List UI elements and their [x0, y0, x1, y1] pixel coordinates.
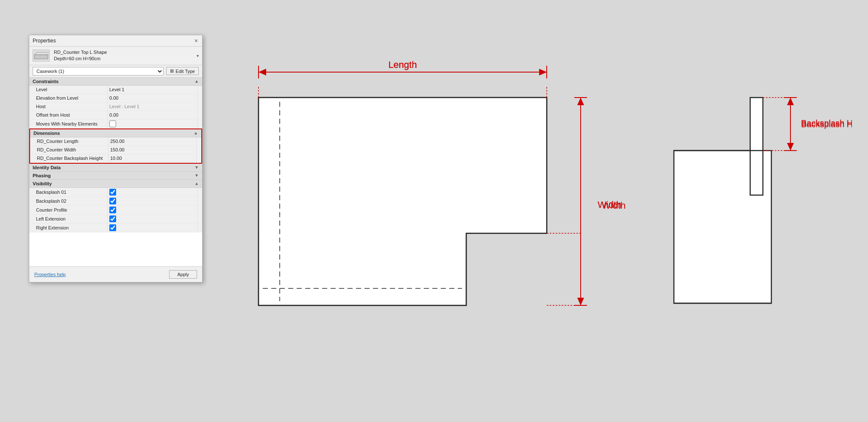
constraint-level-value[interactable]: [108, 86, 197, 94]
vis-backsplash01-row: Backsplash 01: [29, 188, 197, 197]
constraint-level-input[interactable]: [109, 87, 195, 92]
blank-area: [29, 232, 202, 266]
identity-data-header[interactable]: Identity Data ▼: [29, 164, 202, 172]
constraint-offset-value[interactable]: [108, 111, 197, 119]
vis-left-ext-value[interactable]: [108, 215, 197, 223]
phasing-expand-icon: ▼: [195, 173, 199, 178]
family-name: RD_Counter Top L Shape Depth=60 cm H=90c…: [54, 49, 107, 62]
vis-backsplash01-checkbox[interactable]: [109, 189, 116, 196]
phasing-header[interactable]: Phasing ▼: [29, 172, 202, 180]
width-label: Width: [598, 199, 621, 210]
dim-backsplash-row: RD_Counter Backsplash Height: [30, 154, 196, 163]
phasing-section: Phasing ▼: [29, 172, 202, 180]
length-label: Length: [388, 59, 417, 70]
family-header: RD_Counter Top L Shape Depth=60 cm H=90c…: [29, 47, 202, 65]
dim-backsplash-input[interactable]: [110, 156, 195, 161]
visibility-rows: Backsplash 01 Backsplash 02 Counter Prof…: [29, 188, 202, 232]
constraint-offset-row: Offset from Host: [29, 111, 197, 120]
apply-button[interactable]: Apply: [169, 270, 197, 279]
vis-backsplash02-checkbox[interactable]: [109, 198, 116, 204]
constraints-scrollbar[interactable]: [197, 86, 202, 129]
family-icon: [33, 50, 50, 61]
visibility-header[interactable]: Visibility ▲: [29, 180, 202, 188]
svg-rect-19: [750, 98, 763, 195]
constraint-host-row: Host Level : Level 1: [29, 103, 197, 111]
cad-drawing: Length Width Backsplash Height: [208, 25, 852, 399]
vis-backsplash02-value[interactable]: [108, 197, 197, 205]
vis-right-ext-checkbox[interactable]: [109, 224, 116, 231]
properties-help-link[interactable]: Properties help: [34, 272, 66, 277]
constraint-level-row: Level: [29, 86, 197, 94]
vis-counter-profile-label: Counter Profile: [29, 206, 108, 214]
vis-right-ext-value[interactable]: [108, 224, 197, 232]
vis-counter-profile-value[interactable]: [108, 206, 197, 214]
vis-backsplash02-row: Backsplash 02: [29, 197, 197, 206]
dimensions-section: Dimensions ▲ RD_Counter Length RD_Counte…: [29, 129, 202, 164]
vis-backsplash01-value[interactable]: [108, 188, 197, 196]
constraint-moves-value[interactable]: [108, 120, 197, 128]
dim-length-value[interactable]: [108, 137, 196, 145]
vis-right-ext-label: Right Extension: [29, 224, 108, 232]
constraint-host-label: Host: [29, 103, 108, 111]
vis-backsplash01-label: Backsplash 01: [29, 188, 108, 196]
identity-expand-icon: ▼: [195, 165, 199, 170]
constraint-host-value: Level : Level 1: [108, 103, 197, 111]
close-button[interactable]: ×: [194, 38, 199, 44]
constraints-header[interactable]: Constraints ▲: [29, 78, 202, 86]
constraint-elevation-input[interactable]: [109, 95, 195, 101]
panel-footer: Properties help Apply: [29, 266, 202, 282]
edit-type-icon: ⊞: [170, 68, 174, 74]
constraint-elevation-row: Elevation from Level: [29, 94, 197, 103]
dim-width-row: RD_Counter Width: [30, 146, 196, 154]
vis-counter-profile-row: Counter Profile: [29, 206, 197, 215]
identity-data-section: Identity Data ▼: [29, 164, 202, 172]
vis-left-ext-row: Left Extension: [29, 215, 197, 224]
dim-width-label: RD_Counter Width: [30, 146, 108, 154]
svg-rect-0: [34, 55, 48, 59]
filter-row: Casework (1) ⊞ Edit Type: [29, 65, 202, 78]
dimensions-rows: RD_Counter Length RD_Counter Width RD_Co…: [30, 137, 201, 163]
constraint-moves-label: Moves With Nearby Elements: [29, 120, 108, 128]
dimensions-expand-icon: ▲: [194, 131, 198, 135]
table-row: Level Elevation from Level Host Level : …: [29, 86, 202, 129]
constraint-elevation-value[interactable]: [108, 94, 197, 102]
panel-titlebar: Properties ×: [29, 35, 202, 47]
constraint-elevation-label: Elevation from Level: [29, 94, 108, 102]
dim-width-value[interactable]: [108, 146, 196, 154]
properties-panel: Properties × RD_Counter Top L Shape Dept…: [29, 35, 203, 282]
dimensions-header[interactable]: Dimensions ▲: [30, 129, 201, 137]
vis-left-ext-label: Left Extension: [29, 215, 108, 223]
dim-length-row: RD_Counter Length: [30, 137, 196, 146]
constraint-offset-input[interactable]: [109, 112, 195, 117]
constraint-moves-checkbox[interactable]: [109, 120, 116, 127]
constraint-offset-label: Offset from Host: [29, 111, 108, 119]
visibility-section: Visibility ▲ Backsplash 01 Backsplash 02: [29, 180, 202, 266]
dim-width-input[interactable]: [110, 147, 195, 152]
backsplash-height-label: Backsplash Height: [801, 120, 852, 129]
constraint-level-label: Level: [29, 86, 108, 94]
constraints-section: Constraints ▲ Level Elevation from Level: [29, 78, 202, 129]
visibility-expand-icon: ▲: [195, 181, 199, 186]
dim-length-input[interactable]: [110, 139, 195, 144]
dim-backsplash-value[interactable]: [108, 154, 196, 162]
family-chevron-icon: ▾: [197, 53, 199, 58]
category-filter[interactable]: Casework (1): [33, 67, 164, 75]
constraints-expand-icon: ▲: [195, 79, 199, 84]
vis-counter-profile-checkbox[interactable]: [109, 207, 116, 213]
visibility-scrollbar[interactable]: [197, 188, 202, 232]
vis-right-ext-row: Right Extension: [29, 224, 197, 232]
constraint-moves-row: Moves With Nearby Elements: [29, 120, 197, 129]
dim-length-label: RD_Counter Length: [30, 137, 108, 145]
panel-title: Properties: [33, 38, 56, 44]
vis-left-ext-checkbox[interactable]: [109, 215, 116, 222]
dim-backsplash-label: RD_Counter Backsplash Height: [30, 154, 108, 162]
dimensions-scrollbar[interactable]: [196, 137, 201, 163]
edit-type-button[interactable]: ⊞ Edit Type: [166, 67, 199, 75]
vis-backsplash02-label: Backsplash 02: [29, 197, 108, 205]
